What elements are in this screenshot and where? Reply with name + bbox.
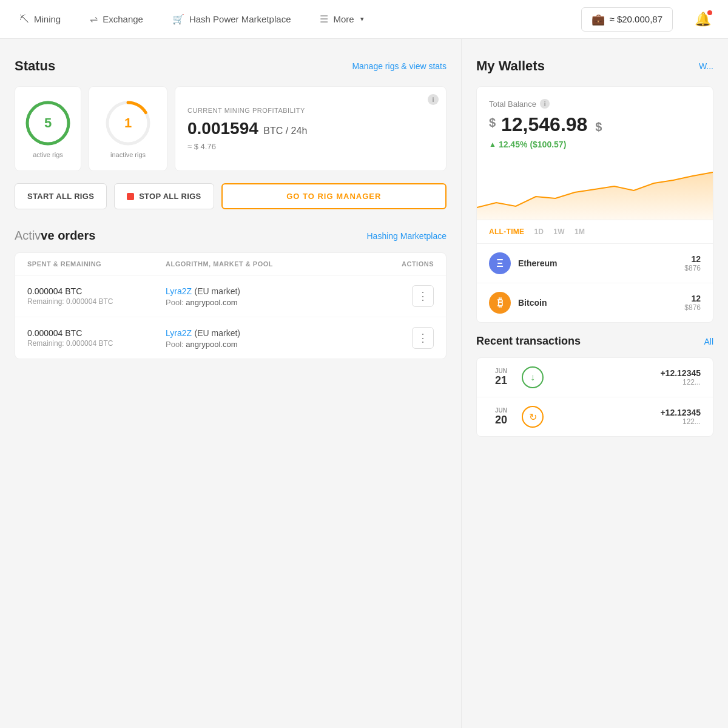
total-balance-amount: $ 12,546.98 $	[489, 113, 701, 136]
txn-type-icon: ↻	[522, 406, 544, 428]
profitability-value-row: 0.001594 BTC / 24h	[187, 119, 307, 138]
rig-manager-button[interactable]: GO TO RIG MANAGER	[221, 183, 447, 209]
coin-icon-btc: ₿	[489, 292, 511, 314]
col-header-algorithm: ALGORITHM, MARKET & POOL	[166, 260, 373, 268]
manage-rigs-link[interactable]: Manage rigs & view stats	[352, 61, 447, 71]
active-rigs-count: 5	[44, 115, 52, 131]
left-panel: Status Manage rigs & view stats 5 active…	[0, 39, 461, 728]
active-rigs-label: active rigs	[33, 151, 63, 158]
transactions-section: Recent transactions All JUN 21 ↓ +12.123…	[476, 335, 713, 437]
mining-icon: ⛏	[19, 14, 29, 25]
order-actions-menu-button[interactable]: ⋮	[412, 285, 434, 307]
filter-1w[interactable]: 1W	[553, 228, 565, 236]
list-item: Ξ Ethereum 12 $876	[477, 244, 713, 283]
txn-usd-amount: 122...	[660, 417, 701, 426]
txn-date: JUN 21	[489, 368, 513, 387]
nav-exchange[interactable]: ⇌ Exchange	[85, 11, 148, 27]
filter-1d[interactable]: 1D	[534, 228, 544, 236]
order-market: (EU market)	[195, 328, 240, 338]
nav-mining-label: Mining	[34, 14, 61, 24]
orders-table-header: SPENT & REMAINING ALGORITHM, MARKET & PO…	[15, 253, 446, 275]
profitability-card: i CURRENT MINING PROFITABILITY 0.001594 …	[175, 86, 447, 171]
order-algo-link[interactable]: Lyra2Z	[166, 328, 192, 338]
balance-change-pct: 12.45%	[499, 140, 527, 149]
col-header-actions: ACTIONS	[373, 260, 434, 268]
right-panel: My Wallets W... Total Balance i $ 12,546…	[461, 39, 728, 728]
order-pool: Pool: angrypool.com	[166, 340, 373, 349]
balance-info: Total Balance i $ 12,546.98 $ ▲ 12.45% (…	[477, 87, 713, 149]
txn-type-icon: ↓	[522, 366, 544, 388]
list-item: ₿ Bitcoin 12 $876	[477, 283, 713, 322]
stop-all-rigs-button[interactable]: STOP ALL RIGS	[114, 183, 214, 209]
orders-header: Activve orders Hashing Marketplace	[15, 229, 447, 243]
inactive-rigs-gauge: 1	[104, 99, 152, 147]
coin-icon-eth: Ξ	[489, 252, 511, 274]
profitability-value: 0.001594	[187, 119, 258, 138]
nav-marketplace-label: Hash Power Marketplace	[189, 14, 291, 24]
wallets-title: My Wallets	[476, 58, 545, 74]
profitability-unit: BTC / 24h	[263, 126, 307, 136]
coin-amounts-eth: 12 $876	[684, 254, 701, 272]
coin-amounts-btc: 12 $876	[684, 294, 701, 312]
order-actions-menu-button[interactable]: ⋮	[412, 327, 434, 349]
filter-all-time[interactable]: ALL-TIME	[489, 228, 524, 236]
order-algo-link[interactable]: Lyra2Z	[166, 286, 192, 296]
order-algo-market: Lyra2Z (EU market)	[166, 328, 373, 339]
nav-mining[interactable]: ⛏ Mining	[15, 12, 66, 27]
hashing-marketplace-link[interactable]: Hashing Marketplace	[366, 231, 447, 241]
order-actions-col: ⋮	[373, 327, 434, 349]
txn-amounts: +12.12345 122...	[660, 408, 701, 426]
menu-icon: ☰	[320, 13, 328, 25]
navbar: ⛏ Mining ⇌ Exchange 🛒 Hash Power Marketp…	[0, 0, 728, 39]
action-row: START ALL RIGS STOP ALL RIGS GO TO RIG M…	[15, 183, 447, 209]
start-all-rigs-button[interactable]: START ALL RIGS	[15, 183, 107, 209]
mining-status-title: Status	[15, 58, 55, 74]
exchange-icon: ⇌	[90, 13, 98, 25]
txn-btc-amount: +12.12345	[660, 368, 701, 378]
coin-usd-value: $876	[684, 303, 701, 312]
filter-1m[interactable]: 1M	[575, 228, 585, 236]
notifications-button[interactable]: 🔔	[692, 9, 713, 30]
coin-usd-value: $876	[684, 264, 701, 272]
txn-date: JUN 20	[489, 407, 513, 426]
order-btc-amount: 0.000004 BTC	[27, 328, 166, 338]
currency-sign: $	[489, 116, 496, 130]
inactive-rigs-count: 1	[124, 115, 132, 131]
trend-up-icon: ▲	[489, 140, 496, 149]
coin-amount: 12	[684, 294, 701, 303]
order-algo-col: Lyra2Z (EU market) Pool: angrypool.com	[166, 286, 373, 307]
list-item: JUN 20 ↻ +12.12345 122...	[477, 397, 713, 436]
chevron-down-icon: ▾	[360, 15, 364, 23]
txn-month: JUN	[489, 368, 513, 374]
active-rigs-card: 5 active rigs	[15, 86, 81, 171]
wallets-link[interactable]: W...	[699, 61, 713, 71]
col-header-spent: SPENT & REMAINING	[27, 260, 166, 268]
order-btc-amount: 0.000004 BTC	[27, 286, 166, 296]
balance-change: ▲ 12.45% ($100.57)	[489, 140, 701, 149]
inactive-rigs-label: inactive rigs	[110, 151, 146, 158]
nav-more-label: More	[333, 14, 354, 24]
transactions-all-link[interactable]: All	[704, 337, 713, 346]
order-amount-col: 0.000004 BTC Remaining: 0.000004 BTC	[27, 328, 166, 348]
table-row: 0.000004 BTC Remaining: 0.000004 BTC Lyr…	[15, 275, 446, 317]
order-actions-col: ⋮	[373, 285, 434, 307]
main-content: Status Manage rigs & view stats 5 active…	[0, 39, 728, 728]
info-icon[interactable]: i	[428, 94, 439, 105]
wallets-header: My Wallets W...	[476, 58, 713, 74]
order-algo-col: Lyra2Z (EU market) Pool: angrypool.com	[166, 328, 373, 349]
inactive-rigs-card: 1 inactive rigs	[89, 86, 167, 171]
total-balance-label: Total Balance i	[489, 99, 701, 109]
wallet-balance-button[interactable]: 💼 ≈ $20.000,87	[581, 7, 673, 32]
coin-name-eth: Ethereum	[518, 258, 558, 268]
order-remaining: Remaining: 0.000004 BTC	[27, 297, 166, 306]
time-filters: ALL-TIME 1D 1W 1M	[477, 220, 713, 244]
nav-more[interactable]: ☰ More ▾	[315, 11, 368, 27]
balance-info-icon[interactable]: i	[540, 99, 550, 109]
marketplace-icon: 🛒	[172, 13, 184, 25]
txn-amounts: +12.12345 122...	[660, 368, 701, 386]
notification-dot	[707, 10, 712, 15]
transaction-card: JUN 21 ↓ +12.12345 122... JUN 20 ↻ +12.1…	[476, 357, 713, 437]
txn-usd-amount: 122...	[660, 378, 701, 386]
nav-marketplace[interactable]: 🛒 Hash Power Marketplace	[167, 11, 296, 27]
mining-status-header: Status Manage rigs & view stats	[15, 58, 447, 74]
